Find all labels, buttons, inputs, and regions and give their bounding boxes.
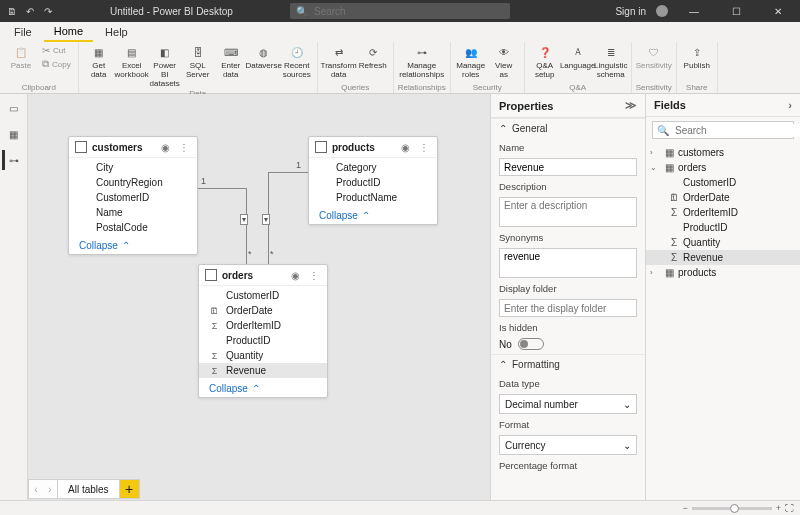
paste-button[interactable]: 📋 Paste	[4, 43, 38, 82]
get-data-button[interactable]: ▦Get data	[83, 43, 115, 88]
relationship-line[interactable]	[268, 172, 308, 173]
collapse-link[interactable]: Collapse⌃	[309, 207, 437, 224]
tab-all-tables[interactable]: All tables	[58, 479, 120, 499]
data-type-select[interactable]: Decimal number⌄	[499, 394, 637, 414]
undo-icon[interactable]: ↶	[24, 5, 36, 17]
title-search[interactable]: 🔍	[290, 3, 510, 19]
fields-search[interactable]: 🔍	[652, 121, 794, 139]
paste-icon: 📋	[12, 44, 30, 60]
expand-pane-icon[interactable]: ›	[788, 99, 792, 111]
view-as-button[interactable]: 👁View as	[488, 43, 520, 82]
more-icon[interactable]: ⋮	[177, 142, 191, 153]
maximize-button[interactable]: ☐	[720, 0, 752, 22]
transform-data-button[interactable]: ⇄Transform data	[322, 43, 356, 82]
copy-button[interactable]: ⧉Copy	[39, 57, 74, 71]
chevron-right-icon: ›	[650, 268, 660, 277]
zoom-in-button[interactable]: +	[776, 503, 781, 513]
cut-button[interactable]: ✂Cut	[39, 43, 74, 57]
excel-button[interactable]: ▤Excel workbook	[116, 43, 148, 88]
collapse-link[interactable]: Collapse⌃	[69, 237, 197, 254]
is-hidden-toggle[interactable]	[518, 338, 544, 350]
sensitivity-button[interactable]: 🛡Sensitivity	[637, 43, 671, 82]
save-icon[interactable]: 🗎	[6, 5, 18, 17]
fields-tree: ›▦customers ⌄▦orders CustomerID🗓OrderDat…	[646, 143, 800, 282]
tab-add-button[interactable]: +	[120, 479, 140, 499]
title-search-input[interactable]	[312, 5, 504, 18]
table-field[interactable]: ProductName	[309, 190, 437, 205]
section-general[interactable]: ⌃General	[491, 118, 645, 138]
tree-orders[interactable]: ⌄▦orders	[646, 160, 800, 175]
dataverse-button[interactable]: ◍Dataverse	[248, 43, 280, 88]
name-input[interactable]	[499, 158, 637, 176]
tree-products[interactable]: ›▦products	[646, 265, 800, 280]
tree-field[interactable]: ΣRevenue	[646, 250, 800, 265]
more-icon[interactable]: ⋮	[417, 142, 431, 153]
table-field[interactable]: 🗓OrderDate	[199, 303, 327, 318]
manage-relationships-button[interactable]: ⊶Manage relationships	[399, 43, 445, 82]
menu-file[interactable]: File	[4, 23, 42, 41]
collapse-pane-icon[interactable]: ≫	[625, 99, 637, 112]
model-canvas[interactable]: customers ◉ ⋮ CityCountryRegionCustomerI…	[28, 94, 490, 500]
zoom-slider[interactable]	[692, 507, 772, 510]
table-field[interactable]: CustomerID	[69, 190, 197, 205]
avatar[interactable]	[656, 5, 668, 17]
table-field[interactable]: ΣRevenue	[199, 363, 327, 378]
zoom-out-button[interactable]: −	[682, 503, 687, 513]
linguistic-schema-button[interactable]: ≣Linguistic schema	[595, 43, 627, 82]
tree-field[interactable]: ΣQuantity	[646, 235, 800, 250]
table-field[interactable]: ΣOrderItemID	[199, 318, 327, 333]
transform-icon: ⇄	[330, 44, 348, 60]
table-field[interactable]: CountryRegion	[69, 175, 197, 190]
table-orders[interactable]: orders ◉ ⋮ CustomerID🗓OrderDateΣOrderIte…	[198, 264, 328, 398]
table-field[interactable]: ΣQuantity	[199, 348, 327, 363]
manage-roles-button[interactable]: 👥Manage roles	[455, 43, 487, 82]
table-field[interactable]: City	[69, 160, 197, 175]
menu-home[interactable]: Home	[44, 22, 93, 42]
menu-help[interactable]: Help	[95, 23, 138, 41]
format-select[interactable]: Currency⌄	[499, 435, 637, 455]
close-button[interactable]: ✕	[762, 0, 794, 22]
refresh-button[interactable]: ⟳Refresh	[357, 43, 389, 82]
fit-to-page-button[interactable]: ⛶	[785, 503, 794, 513]
fields-search-input[interactable]	[673, 124, 800, 137]
data-view-button[interactable]: ▦	[4, 124, 24, 144]
table-field[interactable]: PostalCode	[69, 220, 197, 235]
publish-button[interactable]: ⇪Publish	[681, 43, 713, 82]
signin-link[interactable]: Sign in	[615, 6, 646, 17]
model-view-button[interactable]: ⊶	[2, 150, 22, 170]
tree-field[interactable]: CustomerID	[646, 175, 800, 190]
visibility-icon[interactable]: ◉	[289, 270, 302, 281]
table-products[interactable]: products ◉ ⋮ CategoryProductIDProductNam…	[308, 136, 438, 225]
sql-button[interactable]: 🗄SQL Server	[182, 43, 214, 88]
relationship-line[interactable]	[246, 188, 247, 264]
table-field[interactable]: CustomerID	[199, 288, 327, 303]
tree-field[interactable]: ΣOrderItemID	[646, 205, 800, 220]
table-field[interactable]: Category	[309, 160, 437, 175]
tree-field[interactable]: ProductID	[646, 220, 800, 235]
recent-sources-button[interactable]: 🕘Recent sources	[281, 43, 313, 88]
pbi-datasets-button[interactable]: ◧Power BI datasets	[149, 43, 181, 88]
description-input[interactable]	[499, 197, 637, 227]
tab-prev-button[interactable]: ‹	[29, 480, 43, 498]
redo-icon[interactable]: ↷	[42, 5, 54, 17]
collapse-link[interactable]: Collapse⌃	[199, 380, 327, 397]
report-view-button[interactable]: ▭	[4, 98, 24, 118]
tree-field[interactable]: 🗓OrderDate	[646, 190, 800, 205]
table-field[interactable]: ProductID	[309, 175, 437, 190]
language-button[interactable]: ＡLanguage	[562, 43, 594, 82]
more-icon[interactable]: ⋮	[307, 270, 321, 281]
visibility-icon[interactable]: ◉	[399, 142, 412, 153]
synonyms-input[interactable]	[499, 248, 637, 278]
tree-customers[interactable]: ›▦customers	[646, 145, 800, 160]
enter-data-button[interactable]: ⌨Enter data	[215, 43, 247, 88]
tab-next-button[interactable]: ›	[43, 480, 57, 498]
section-formatting[interactable]: ⌃Formatting	[491, 354, 645, 374]
qa-setup-button[interactable]: ❓Q&A setup	[529, 43, 561, 82]
relationship-line[interactable]	[198, 188, 246, 189]
table-field[interactable]: Name	[69, 205, 197, 220]
visibility-icon[interactable]: ◉	[159, 142, 172, 153]
table-field[interactable]: ProductID	[199, 333, 327, 348]
minimize-button[interactable]: —	[678, 0, 710, 22]
table-customers[interactable]: customers ◉ ⋮ CityCountryRegionCustomerI…	[68, 136, 198, 255]
display-folder-input[interactable]	[499, 299, 637, 317]
